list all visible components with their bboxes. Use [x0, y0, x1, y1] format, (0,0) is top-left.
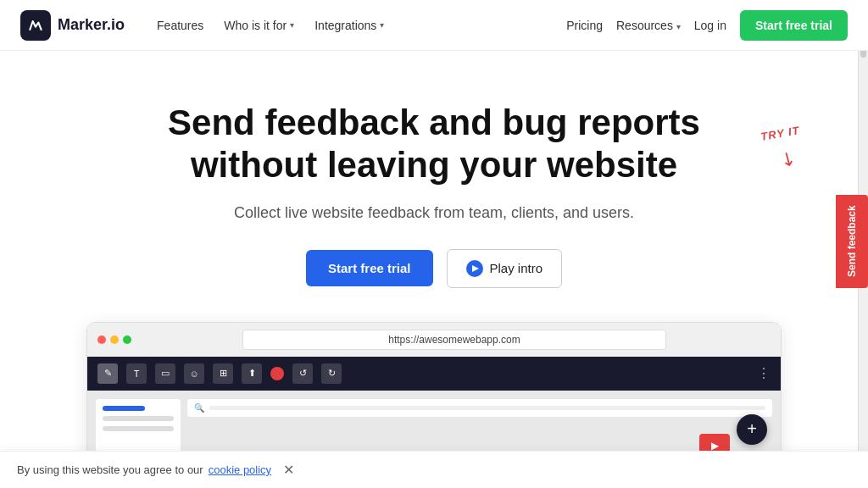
nav-login[interactable]: Log in — [694, 19, 726, 32]
toolbar-redo-icon: ↻ — [321, 363, 342, 384]
navbar: Marker.io Features Who is it for ▾ Integ… — [0, 0, 868, 51]
page-main: 🔍 — [187, 399, 772, 424]
logo-icon — [20, 10, 51, 41]
sidebar-line — [103, 426, 174, 431]
search-icon: 🔍 — [194, 403, 204, 413]
browser-mockup: https://awesomewebapp.com ✎ T ▭ ☺ ⊞ ⬆ ↺ … — [86, 322, 782, 459]
dot-green — [123, 336, 131, 344]
browser-content: ✎ T ▭ ☺ ⊞ ⬆ ↺ ↻ ⋮ 🔍 — [87, 357, 781, 458]
toolbar-cursor-icon: ✎ — [97, 363, 118, 384]
cookie-text: By using this website you agree to our — [17, 463, 203, 476]
search-bar: 🔍 — [187, 399, 772, 417]
sidebar-line — [103, 406, 145, 411]
more-options-icon: ⋮ — [757, 365, 771, 381]
play-intro-button[interactable]: Play intro — [447, 249, 563, 288]
cookie-close-button[interactable]: ✕ — [283, 462, 294, 478]
toolbar-text-icon: T — [126, 363, 147, 384]
chevron-icon: ▾ — [380, 20, 384, 30]
navbar-left: Marker.io Features Who is it for ▾ Integ… — [20, 10, 392, 41]
sidebar-line — [103, 416, 174, 421]
record-button — [270, 367, 284, 380]
browser-url: https://awesomewebapp.com — [242, 330, 666, 350]
hero-title: Send feedback and bug reports without le… — [137, 102, 731, 187]
search-input-visual — [209, 406, 765, 410]
toolbar-row: ✎ T ▭ ☺ ⊞ ⬆ ↺ ↻ ⋮ — [87, 357, 781, 391]
dot-red — [97, 336, 106, 344]
toolbar-rect-icon: ▭ — [155, 363, 175, 384]
toolbar-image-icon: ⊞ — [213, 363, 233, 384]
nav-links: Features Who is it for ▾ Integrations ▾ — [148, 14, 392, 37]
toolbar-upload-icon: ⬆ — [242, 363, 262, 384]
nav-pricing[interactable]: Pricing — [566, 19, 603, 32]
nav-resources[interactable]: Resources ▾ — [616, 19, 681, 32]
chevron-icon: ▾ — [290, 20, 294, 30]
logo-text: Marker.io — [58, 16, 125, 34]
cookie-banner: By using this website you agree to our c… — [0, 451, 868, 488]
fab-button[interactable]: + — [737, 414, 767, 445]
dot-yellow — [110, 336, 119, 344]
hero-subtitle: Collect live website feedback from team,… — [234, 204, 634, 222]
toolbar-emoji-icon: ☺ — [184, 363, 204, 384]
try-it-annotation: TRY IT ↘ — [760, 127, 800, 165]
page-sidebar — [96, 399, 181, 458]
navbar-right: Pricing Resources ▾ Log in Start free tr… — [566, 10, 848, 41]
browser-bar: https://awesomewebapp.com — [87, 323, 781, 357]
browser-dots — [97, 336, 131, 344]
nav-integrations[interactable]: Integrations ▾ — [306, 14, 392, 37]
nav-features[interactable]: Features — [148, 14, 212, 37]
send-feedback-button[interactable]: Send feedback — [836, 195, 868, 288]
play-icon — [466, 260, 483, 277]
nav-who-it-for[interactable]: Who is it for ▾ — [215, 14, 303, 37]
toolbar-undo-icon: ↺ — [292, 363, 313, 384]
cookie-policy-link[interactable]: cookie policy — [209, 463, 271, 476]
start-trial-nav-button[interactable]: Start free trial — [740, 10, 848, 41]
arrow-icon: ↘ — [776, 145, 800, 172]
logo[interactable]: Marker.io — [20, 10, 125, 41]
start-trial-hero-button[interactable]: Start free trial — [306, 250, 433, 286]
logo-svg — [27, 17, 44, 34]
page-content: 🔍 — [87, 391, 781, 458]
send-feedback-wrapper: Send feedback — [836, 195, 868, 288]
hero-section: Send feedback and bug reports without le… — [0, 51, 868, 485]
chevron-icon: ▾ — [676, 22, 681, 31]
hero-buttons: Start free trial Play intro — [306, 249, 562, 288]
